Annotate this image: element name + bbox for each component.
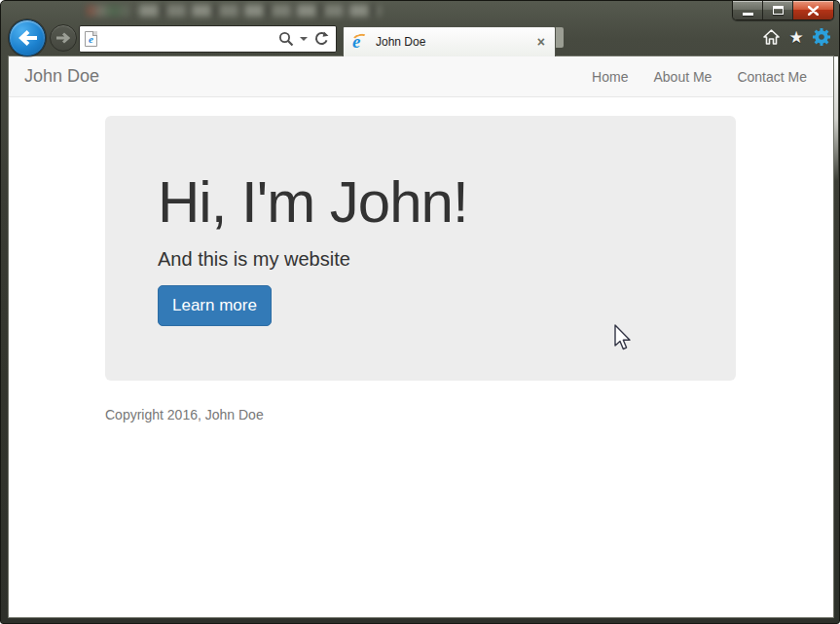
copyright-text: Copyright 2016, John Doe — [105, 407, 833, 422]
favorites-button[interactable]: ★ — [787, 28, 805, 46]
titlebar-title-blur — [139, 5, 381, 17]
learn-more-button[interactable]: Learn more — [158, 285, 272, 326]
refresh-icon — [313, 31, 329, 47]
nav-link-home[interactable]: Home — [579, 69, 640, 85]
gear-icon — [813, 28, 830, 46]
back-button[interactable] — [9, 19, 46, 56]
forward-arrow-icon — [55, 32, 71, 44]
home-icon — [763, 29, 780, 45]
ie-logo-icon: e — [351, 33, 369, 51]
page-title: Hi, I'm John! — [158, 170, 697, 235]
page-viewport: John Doe Home About Me Contact Me Hi, I'… — [9, 56, 833, 617]
search-icon — [278, 31, 294, 47]
maximize-icon — [773, 6, 784, 15]
tab-title: John Doe — [376, 35, 535, 49]
search-button[interactable] — [275, 27, 297, 51]
window-controls — [732, 1, 834, 20]
navbar-links: Home About Me Contact Me — [579, 69, 833, 85]
minimize-button[interactable] — [733, 1, 763, 19]
navbar-brand[interactable]: John Doe — [9, 66, 114, 87]
settings-button[interactable] — [813, 28, 830, 46]
nav-link-contact-me[interactable]: Contact Me — [724, 69, 820, 85]
page-subtitle: And this is my website — [158, 246, 697, 272]
star-icon: ★ — [788, 29, 803, 46]
back-arrow-icon — [17, 30, 38, 46]
close-button[interactable] — [793, 1, 833, 19]
chevron-down-icon — [300, 37, 308, 41]
refresh-button[interactable] — [310, 27, 332, 51]
forward-button[interactable] — [50, 24, 77, 52]
address-dropdown-button[interactable] — [297, 27, 310, 51]
browser-window: e e John Doe — [0, 0, 840, 624]
nav-link-about-me[interactable]: About Me — [640, 69, 724, 85]
address-bar: e — [79, 25, 337, 53]
ie-page-icon: e — [89, 34, 93, 45]
browser-action-icons: ★ — [762, 28, 830, 46]
jumbotron: Hi, I'm John! And this is my website Lea… — [105, 116, 736, 381]
close-icon — [808, 6, 819, 16]
navbar: John Doe Home About Me Contact Me — [9, 56, 833, 97]
browser-tab[interactable]: e John Doe × — [343, 26, 556, 56]
page-document-icon: e — [85, 31, 97, 47]
address-input[interactable] — [103, 29, 275, 49]
home-button[interactable] — [762, 28, 780, 46]
minimize-icon — [743, 13, 753, 16]
tab-close-button[interactable]: × — [535, 35, 547, 49]
address-bar-tools — [275, 27, 332, 51]
maximize-button[interactable] — [763, 1, 793, 19]
titlebar-favicon-blur — [87, 5, 129, 17]
